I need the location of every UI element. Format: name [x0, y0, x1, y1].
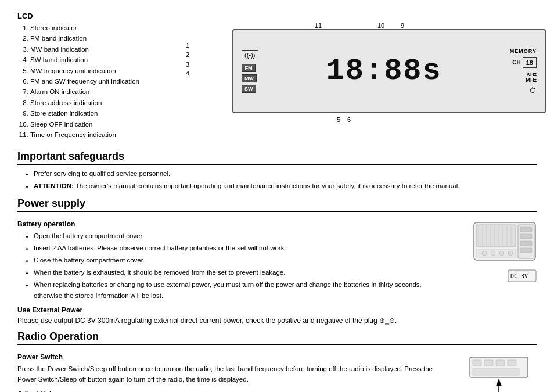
lcd-item-1: Stereo indicator	[30, 23, 174, 33]
svg-rect-25	[484, 360, 493, 366]
lcd-title: LCD	[17, 12, 174, 20]
label-10: 10	[377, 22, 384, 29]
label-5: 5	[337, 116, 340, 123]
svg-rect-1	[476, 225, 516, 247]
mhz-label: MHz	[526, 77, 537, 83]
svg-marker-29	[496, 379, 502, 386]
ch-box: 18	[523, 57, 537, 68]
mw-band-box: MW	[242, 74, 257, 82]
ch-label: CH	[512, 59, 520, 66]
radio-operation-title: Radio Operation	[17, 330, 537, 345]
battery-item-5: When replacing batteries or changing to …	[34, 279, 449, 301]
lcd-text: LCD Stereo indicatorFM band indicationMW…	[17, 12, 174, 140]
adjust-volume-title: Adjust Volume	[17, 390, 449, 392]
khz-label: KHz	[527, 71, 537, 77]
lcd-item-7: Alarm ON indication	[30, 87, 174, 97]
lcd-right-col: MEMORY CH 18 KHz MHz ⏱	[510, 48, 537, 95]
lcd-item-2: FM band indication	[30, 33, 174, 44]
lcd-item-9: Store station indication	[30, 108, 174, 118]
alarm-icon: ⏱	[530, 87, 537, 95]
khz-mhz: KHz MHz	[526, 71, 537, 83]
lcd-left-col: ((•)) FM MW SW	[242, 50, 258, 93]
attention-prefix: ATTENTION:	[34, 182, 74, 189]
lcd-item-4: SW band indication	[30, 55, 174, 65]
svg-point-18	[491, 251, 495, 256]
radio-op-text: Power Switch Press the Power Switch/Slee…	[17, 348, 449, 392]
power-switch-title: Power Switch	[17, 353, 449, 361]
lcd-item-3: MW band indication	[30, 44, 174, 55]
power-supply-section: Power supply Battery operation Open the …	[17, 197, 537, 325]
label-4: 4	[186, 70, 189, 77]
safeguards-list: Prefer servicing to qualified service pe…	[17, 168, 537, 192]
label-6: 6	[347, 116, 351, 123]
svg-point-17	[482, 251, 487, 256]
svg-rect-14	[520, 241, 532, 246]
plug-area: DC 3V	[508, 269, 537, 282]
device-sketch-container	[473, 221, 537, 265]
label-2: 2	[186, 51, 189, 58]
battery-title: Battery operation	[17, 220, 449, 228]
label-3: 3	[186, 61, 189, 68]
sw-band-box: SW	[242, 85, 256, 93]
device-svg	[473, 221, 537, 265]
label-9: 9	[401, 22, 404, 29]
plug-svg: DC 3V	[508, 269, 537, 282]
safeguard-text-2: The owner's manual contains important op…	[75, 182, 460, 189]
important-safeguards-title: Important safeguards	[17, 150, 537, 165]
external-text: Please use output DC 3V 300mA regulating…	[17, 317, 449, 325]
lcd-box: ((•)) FM MW SW 18:88s MEMORY CH 18 KHz	[232, 29, 546, 113]
svg-point-20	[508, 251, 513, 256]
radio-image: DC 3V	[461, 215, 537, 325]
plug-symbols: ⊕⎯⊖.	[379, 317, 397, 325]
power-text: Battery operation Open the battery compa…	[17, 215, 449, 325]
safeguard-item-2: ATTENTION: The owner's manual contains i…	[34, 181, 537, 192]
svg-rect-27	[508, 360, 516, 366]
power-switch-text: Press the Power Switch/Sleep off button …	[17, 364, 449, 385]
svg-rect-28	[473, 368, 519, 375]
battery-item-1: Open the battery compartment cover.	[34, 231, 449, 242]
lcd-list: Stereo indicatorFM band indicationMW ban…	[17, 23, 174, 140]
battery-item-4: When the battery is exhausted, it should…	[34, 267, 449, 278]
power-section: Battery operation Open the battery compa…	[17, 215, 537, 325]
svg-point-19	[499, 251, 504, 256]
safeguard-item-1: Prefer servicing to qualified service pe…	[34, 168, 537, 179]
svg-text:DC 3V: DC 3V	[510, 273, 528, 279]
label-1: 1	[186, 42, 189, 49]
lcd-section: LCD Stereo indicatorFM band indicationMW…	[17, 12, 537, 140]
memory-label: MEMORY	[510, 48, 537, 54]
volume-diagram: Volume control	[461, 348, 537, 392]
lcd-item-8: Store address indication	[30, 98, 174, 108]
lcd-item-5: MW frequency unit indication	[30, 66, 174, 76]
svg-rect-24	[473, 360, 481, 366]
radio-op-section: Power Switch Press the Power Switch/Slee…	[17, 348, 537, 392]
external-title: Use External Power	[17, 306, 449, 314]
stereo-icon: ((•))	[242, 50, 258, 60]
safeguard-text-1: Prefer servicing to qualified service pe…	[34, 170, 170, 177]
lcd-diagram-area: 1 2 3 4 11 10 9 5 6 8 7 ((•)) FM MW SW	[186, 12, 537, 128]
important-safeguards-section: Important safeguards Prefer servicing to…	[17, 150, 537, 192]
svg-rect-26	[496, 360, 505, 366]
volume-svg	[467, 354, 531, 392]
lcd-item-11: Time or Frequency indication	[30, 130, 174, 140]
lcd-item-6: FM and SW frequency unit indication	[30, 76, 174, 87]
fm-band-box: FM	[242, 64, 256, 72]
label-11: 11	[315, 22, 322, 29]
lcd-inner: ((•)) FM MW SW 18:88s MEMORY CH 18 KHz	[242, 35, 537, 107]
power-supply-title: Power supply	[17, 197, 537, 212]
svg-rect-12	[520, 227, 532, 232]
digit-display: 18:88s	[262, 56, 506, 87]
svg-rect-13	[520, 234, 532, 239]
battery-list: Open the battery compartment cover.Inser…	[17, 231, 449, 301]
svg-rect-15	[520, 248, 532, 253]
external-text-content: Please use output DC 3V 300mA regulating…	[17, 317, 377, 325]
lcd-item-10: Sleep OFF indication	[30, 119, 174, 130]
battery-item-3: Close the battery compartment cover.	[34, 255, 449, 266]
battery-item-2: Insert 2 AA batteries. Please observe co…	[34, 243, 449, 254]
radio-operation-section: Radio Operation Power Switch Press the P…	[17, 330, 537, 392]
